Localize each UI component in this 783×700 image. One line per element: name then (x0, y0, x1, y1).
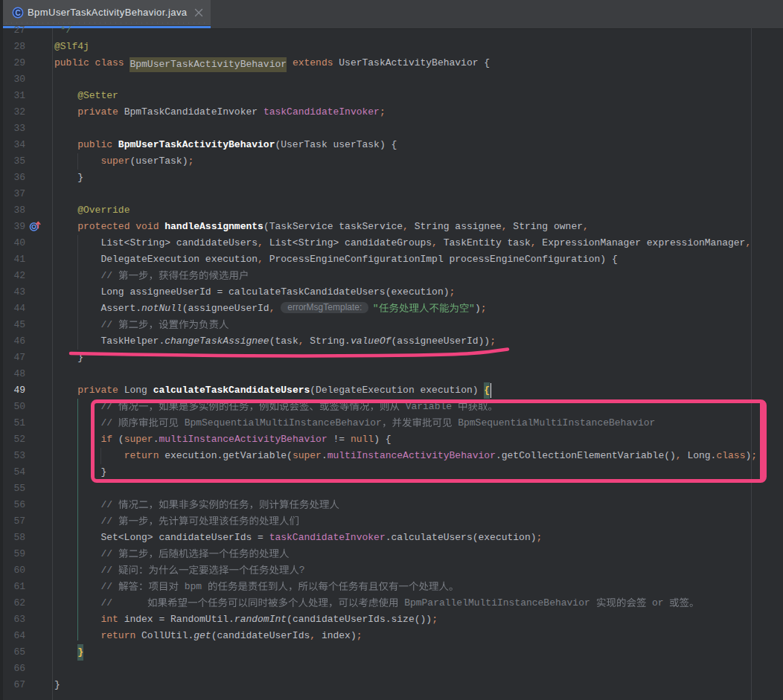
svg-text:C: C (15, 9, 20, 17)
